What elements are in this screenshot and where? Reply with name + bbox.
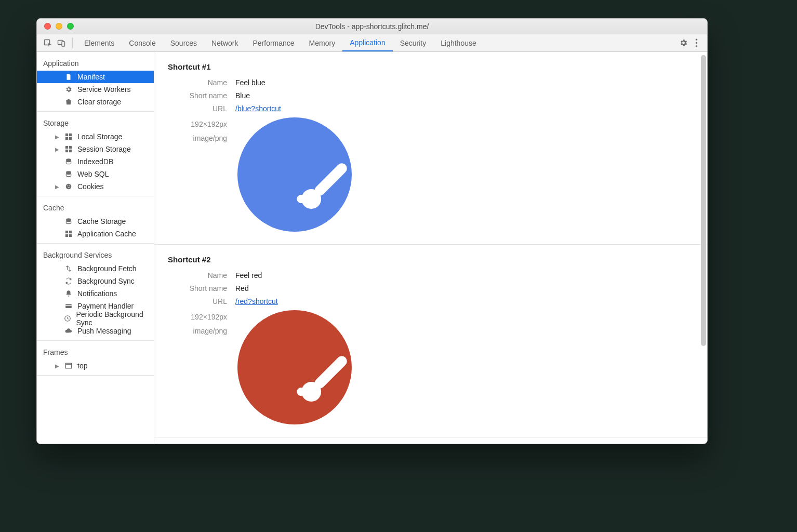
label-url: URL xyxy=(168,297,235,305)
sidebar-item-clear-storage[interactable]: ▶Clear storage xyxy=(37,96,154,108)
toolbar-divider xyxy=(72,38,73,48)
sidebar-item-notifications[interactable]: ▶Notifications xyxy=(37,287,154,300)
value-short-name: Red xyxy=(235,284,249,292)
svg-rect-26 xyxy=(65,304,72,308)
label-name: Name xyxy=(168,271,235,280)
svg-rect-8 xyxy=(65,137,68,140)
more-menu-icon[interactable] xyxy=(695,38,698,47)
brush-icon xyxy=(301,161,353,213)
disclosure-arrow-icon[interactable]: ▶ xyxy=(55,134,60,140)
svg-point-5 xyxy=(696,45,697,47)
svg-rect-12 xyxy=(65,150,68,152)
sidebar-item-local-storage[interactable]: ▶Local Storage xyxy=(37,130,154,143)
icon-size: 192×192px xyxy=(168,117,227,131)
inspect-element-icon[interactable] xyxy=(41,36,55,50)
sidebar-item-label: Local Storage xyxy=(77,132,122,141)
devtools-window: DevTools - app-shortcuts.glitch.me/ Elem… xyxy=(36,18,708,444)
device-toggle-icon[interactable] xyxy=(55,36,68,50)
sidebar-item-service-workers[interactable]: ▶Service Workers xyxy=(37,83,154,96)
value-name: Feel blue xyxy=(235,78,265,87)
shortcut-url-link[interactable]: /red?shortcut xyxy=(235,297,278,305)
svg-point-4 xyxy=(696,42,697,44)
sidebar-item-session-storage[interactable]: ▶Session Storage xyxy=(37,143,154,155)
sidebar-item-label: Cookies xyxy=(77,182,104,191)
sidebar-item-background-sync[interactable]: ▶Background Sync xyxy=(37,275,154,287)
sidebar-group-frames: Frames xyxy=(37,344,154,360)
file-icon xyxy=(64,73,73,81)
sidebar-separator xyxy=(37,340,154,341)
tab-performance[interactable]: Performance xyxy=(245,34,301,51)
tab-elements[interactable]: Elements xyxy=(77,34,122,51)
shortcut-icon-preview xyxy=(237,310,352,424)
tab-console[interactable]: Console xyxy=(122,34,163,51)
sidebar-separator xyxy=(37,375,154,376)
sidebar-item-label: Push Messaging xyxy=(77,327,131,335)
svg-rect-9 xyxy=(69,137,72,140)
sidebar-item-cookies[interactable]: ▶Cookies xyxy=(37,180,154,193)
label-short-name: Short name xyxy=(168,91,235,100)
shortcut-heading: Shortcut #2 xyxy=(168,255,694,264)
sidebar-item-label: Clear storage xyxy=(77,98,121,106)
sidebar-item-background-fetch[interactable]: ▶Background Fetch xyxy=(37,262,154,275)
svg-rect-22 xyxy=(65,231,68,233)
sidebar-item-label: Service Workers xyxy=(77,85,130,94)
svg-point-17 xyxy=(67,185,68,187)
tab-lighthouse[interactable]: Lighthouse xyxy=(433,34,484,51)
svg-rect-2 xyxy=(62,42,65,46)
sidebar-item-label: Background Fetch xyxy=(77,264,137,273)
shortcut-section: Shortcut #2 Name Feel red Short name Red… xyxy=(154,245,707,437)
db-icon xyxy=(64,170,73,178)
scrollbar-thumb[interactable] xyxy=(701,55,706,346)
db-icon xyxy=(64,158,73,165)
frame-icon xyxy=(64,362,73,369)
main-content: Shortcut #1 Name Feel blue Short name Bl… xyxy=(154,52,707,444)
svg-rect-29 xyxy=(65,363,71,368)
value-name: Feel red xyxy=(235,271,262,280)
tab-network[interactable]: Network xyxy=(204,34,245,51)
label-short-name: Short name xyxy=(168,284,235,292)
label-url: URL xyxy=(168,104,235,113)
grid-icon xyxy=(64,133,73,140)
disclosure-arrow-icon[interactable]: ▶ xyxy=(55,363,60,369)
sidebar-item-periodic-background-sync[interactable]: ▶Periodic Background Sync xyxy=(37,312,154,325)
svg-rect-25 xyxy=(69,234,72,237)
sidebar-item-application-cache[interactable]: ▶Application Cache xyxy=(37,228,154,240)
sidebar-group-cache: Cache xyxy=(37,200,154,215)
bell-icon xyxy=(64,290,73,297)
titlebar: DevTools - app-shortcuts.glitch.me/ xyxy=(37,19,707,34)
sidebar-item-label: Payment Handler xyxy=(77,302,134,310)
sidebar-item-label: Cache Storage xyxy=(77,217,126,225)
icon-mime: image/png xyxy=(168,131,227,145)
toolbar: ElementsConsoleSourcesNetworkPerformance… xyxy=(37,34,707,52)
tab-memory[interactable]: Memory xyxy=(302,34,343,51)
disclosure-arrow-icon[interactable]: ▶ xyxy=(55,184,60,190)
settings-gear-icon[interactable] xyxy=(679,38,688,47)
sidebar-item-label: Notifications xyxy=(77,289,117,298)
sidebar-item-cache-storage[interactable]: ▶Cache Storage xyxy=(37,215,154,228)
tab-security[interactable]: Security xyxy=(393,34,434,51)
svg-point-20 xyxy=(69,187,70,188)
sidebar-item-indexeddb[interactable]: ▶IndexedDB xyxy=(37,155,154,168)
clock-icon xyxy=(63,315,72,322)
disclosure-arrow-icon[interactable]: ▶ xyxy=(55,147,60,152)
svg-rect-24 xyxy=(65,234,68,237)
tab-sources[interactable]: Sources xyxy=(163,34,204,51)
window-title: DevTools - app-shortcuts.glitch.me/ xyxy=(37,22,707,31)
sidebar-item-manifest[interactable]: ▶Manifest xyxy=(37,71,154,83)
sync-icon xyxy=(64,277,73,285)
trash-icon xyxy=(64,98,73,105)
shortcut-icon-preview xyxy=(237,117,352,232)
sidebar-separator xyxy=(37,196,154,196)
sidebar-item-label: Background Sync xyxy=(77,277,135,285)
gear-icon xyxy=(64,86,73,93)
svg-rect-6 xyxy=(65,134,68,136)
tab-application[interactable]: Application xyxy=(342,34,393,51)
sidebar-item-web-sql[interactable]: ▶Web SQL xyxy=(37,168,154,180)
svg-rect-10 xyxy=(65,146,68,149)
shortcut-url-link[interactable]: /blue?shortcut xyxy=(235,104,281,113)
svg-point-19 xyxy=(68,187,69,188)
sidebar-item-label: Web SQL xyxy=(77,170,109,178)
sidebar-separator xyxy=(37,243,154,244)
sidebar-item-top[interactable]: ▶top xyxy=(37,360,154,372)
sidebar-group-background-services: Background Services xyxy=(37,247,154,262)
